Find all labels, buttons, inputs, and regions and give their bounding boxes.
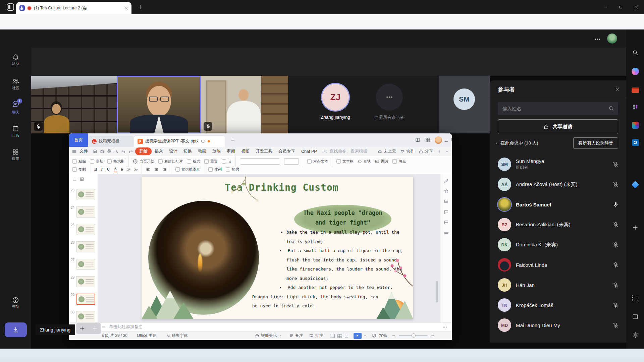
format-painter-button[interactable]: 格式刷 [107, 159, 124, 164]
wps-account-avatar[interactable] [435, 136, 442, 144]
slide-thumbnail-selected[interactable]: 29 [69, 292, 98, 309]
slide-thumbnail[interactable]: 28 [69, 274, 98, 292]
teams-profile-avatar[interactable] [607, 34, 617, 44]
sidebar-games-icon[interactable] [631, 103, 640, 111]
menu-animation[interactable]: 动画 [195, 147, 209, 155]
thumbnail-view-icon[interactable] [80, 177, 84, 181]
paste-button[interactable]: 粘贴 [72, 159, 86, 164]
notes-toggle-button[interactable]: 备注 [289, 333, 303, 339]
reset-button[interactable]: 重置 [204, 159, 218, 164]
align-right-button[interactable] [163, 167, 167, 172]
shapes-button[interactable]: 形状 [358, 159, 371, 164]
participant-search-input[interactable] [498, 102, 618, 115]
close-button[interactable] [629, 0, 644, 14]
tab-close-icon[interactable] [124, 6, 128, 10]
video-tile-sm[interactable]: SM [439, 76, 490, 133]
missing-font-warning[interactable]: 缺失字体 [166, 333, 188, 339]
slideshow-play-button[interactable] [354, 333, 362, 339]
underline-button[interactable]: U [107, 167, 110, 172]
strikethrough-button[interactable]: S [121, 167, 123, 172]
participant-row[interactable]: AÁ Andrea Áčová (Host) (来宾) [490, 175, 626, 194]
rail-item-chat[interactable]: 1 聊天 [0, 98, 31, 117]
ai-beautify-button[interactable]: 智能美化 [255, 333, 282, 339]
sidebar-drop-icon[interactable] [631, 180, 640, 189]
zoom-in-icon[interactable] [431, 334, 435, 338]
redo-icon[interactable] [128, 149, 133, 154]
menu-review[interactable]: 审阅 [224, 147, 238, 155]
cut-button[interactable]: 剪切 [90, 159, 103, 164]
comments-pane-icon[interactable] [444, 209, 449, 215]
slide-thumbnail[interactable]: 23 [69, 187, 98, 204]
play-from-current-button[interactable]: 当页开始 [133, 159, 154, 164]
collaborate-button[interactable]: 协作 [400, 148, 415, 154]
animation-pane-icon[interactable] [444, 189, 449, 194]
menu-membership[interactable]: 会员专享 [275, 147, 298, 155]
sidebar-settings-icon[interactable] [631, 330, 640, 339]
browser-tab[interactable]: (1) Tea Culture Lecture 2 (会 [16, 2, 131, 14]
minimize-button[interactable] [598, 0, 613, 14]
sidebar-panel-icon[interactable] [631, 312, 640, 321]
section-button[interactable]: 节 [222, 159, 231, 164]
share-button[interactable]: 分享 [419, 148, 433, 154]
hamburger-icon[interactable] [72, 149, 76, 154]
sidebar-outlook-icon[interactable] [631, 138, 640, 147]
tab-grid-icon[interactable] [425, 137, 430, 142]
menu-file[interactable]: 文件 [76, 147, 91, 155]
video-tile-participant-3[interactable] [201, 76, 288, 133]
participant-row[interactable]: Bartoš Samuel [490, 195, 626, 214]
mic-muted-icon[interactable] [612, 282, 619, 288]
mic-muted-icon[interactable] [612, 242, 619, 248]
avatar-zj[interactable]: ZJ [322, 84, 349, 111]
design-pane-icon[interactable] [444, 199, 449, 204]
mute-all-button[interactable]: 将所有人设为静音 [573, 137, 618, 149]
rail-item-community[interactable]: 社区 [0, 74, 31, 93]
reading-view-button[interactable] [345, 334, 348, 338]
participant-row[interactable]: JH Hán Jan [490, 276, 626, 294]
new-tab-button[interactable] [138, 4, 143, 10]
comments-toggle-button[interactable]: 批注 [309, 333, 323, 339]
video-tile-active-speaker[interactable] [117, 76, 201, 133]
command-search[interactable]: 查找命令、搜索模板 [323, 148, 368, 154]
font-color-button[interactable]: A [114, 167, 117, 172]
layout-button[interactable]: 版式 [187, 159, 200, 164]
outline-view-icon[interactable] [72, 177, 77, 181]
menu-view[interactable]: 视图 [238, 147, 253, 155]
participant-row[interactable]: Faicová Linda [490, 255, 626, 274]
menu-devtools[interactable]: 开发工具 [253, 147, 275, 155]
wps-document-tab[interactable]: 捷克学生授课PPT -英文.pptx [134, 136, 225, 147]
zoom-level[interactable]: 70% [379, 334, 387, 338]
align-center-button[interactable] [154, 167, 159, 172]
rail-item-activity[interactable]: 活动 [0, 50, 31, 69]
print-icon[interactable] [107, 149, 111, 154]
new-slide-button[interactable]: 新建幻灯片 [158, 159, 183, 164]
bold-button[interactable]: B [94, 167, 97, 172]
mic-muted-icon[interactable] [612, 222, 619, 228]
notes-bar[interactable]: 单击此处添加备注 [69, 322, 452, 331]
wps-new-tab-button[interactable] [231, 138, 235, 142]
sidebar-copilot-icon[interactable] [631, 67, 640, 76]
menu-chatppt[interactable]: Chat PP [298, 148, 320, 155]
participant-row[interactable]: SM Sun Mengya组织者 [490, 155, 626, 174]
current-slide[interactable]: Tea Drinking Custom The Naxi people "dra… [142, 177, 413, 319]
cloud-status[interactable]: 未上云 [378, 148, 396, 154]
notes-more-icon[interactable] [442, 326, 447, 328]
ruler-icon[interactable] [444, 230, 449, 235]
fit-slide-icon[interactable] [372, 334, 376, 338]
preview-icon[interactable] [114, 149, 118, 154]
italic-button[interactable]: I [101, 167, 103, 172]
participant-row[interactable]: BZ Besarion Zalikiani (来宾) [490, 215, 626, 234]
superscript-button[interactable]: x² [127, 167, 130, 171]
sidebar-capture-icon[interactable] [631, 294, 640, 302]
participant-row[interactable]: MD Mai Duong Dieu My [490, 316, 626, 335]
arrange-button[interactable]: 排列 [208, 167, 222, 172]
slide-thumbnail[interactable]: 27 [69, 257, 98, 274]
mic-muted-icon[interactable] [612, 262, 619, 268]
slide-thumbnail[interactable]: 25 [69, 222, 98, 239]
ppt-maximize-icon[interactable] [450, 137, 452, 142]
textbox-button[interactable]: 文本框 [336, 159, 354, 164]
font-size-select[interactable] [284, 158, 299, 165]
participant-row[interactable]: DK Dominika K. (来宾) [490, 235, 626, 254]
play-options-caret-icon[interactable] [364, 334, 367, 337]
slide-thumbnail[interactable]: 26 [69, 239, 98, 257]
teams-more-icon[interactable] [594, 38, 600, 41]
